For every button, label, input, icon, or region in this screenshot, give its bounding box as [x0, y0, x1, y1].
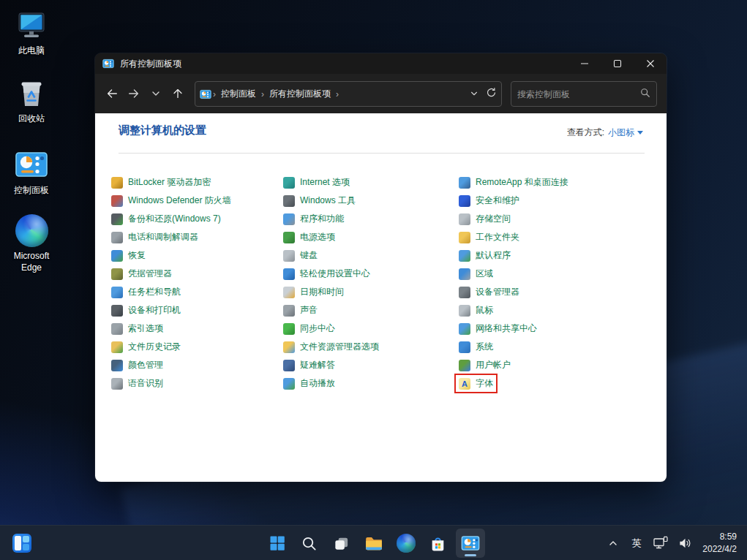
cp-item-programs-features[interactable]: 程序和功能: [282, 212, 345, 226]
desktop-icon-控制面板[interactable]: 控制面板: [3, 147, 60, 196]
cp-item-windows-tools[interactable]: Windows 工具: [282, 194, 357, 208]
cp-item-network-sharing[interactable]: 网络和共享中心: [457, 322, 538, 336]
search-input[interactable]: [517, 89, 640, 99]
search-icon[interactable]: [640, 88, 650, 101]
volume-icon[interactable]: [676, 529, 694, 558]
up-button[interactable]: [167, 83, 189, 105]
cp-item-label[interactable]: Internet 选项: [300, 176, 350, 189]
cp-item-label[interactable]: 字体: [476, 377, 493, 390]
cp-item-label[interactable]: 鼠标: [476, 304, 493, 317]
taskbar-store-button[interactable]: [424, 529, 453, 558]
minimize-button[interactable]: [568, 53, 601, 74]
taskbar-search-button[interactable]: [295, 529, 324, 558]
cp-item-label[interactable]: 语音识别: [128, 377, 163, 390]
cp-item-label[interactable]: 系统: [476, 341, 493, 353]
cp-item-credential-manager[interactable]: 凭据管理器: [110, 267, 173, 281]
cp-item-speech-recognition[interactable]: 语音识别: [110, 377, 165, 390]
taskbar-start-button[interactable]: [263, 529, 292, 558]
cp-item-label[interactable]: 文件历史记录: [128, 341, 181, 353]
cp-item-work-folders[interactable]: 工作文件夹: [457, 230, 521, 244]
desktop-icon-此电脑[interactable]: 此电脑: [3, 7, 60, 56]
cp-item-file-history[interactable]: 文件历史记录: [110, 340, 182, 354]
address-bar[interactable]: › 控制面板 › 所有控制面板项 ›: [195, 81, 502, 107]
cp-item-sync-center[interactable]: 同步中心: [282, 322, 337, 336]
cp-item-label[interactable]: 备份和还原(Windows 7): [128, 213, 221, 225]
cp-item-label[interactable]: 日期和时间: [300, 286, 344, 298]
network-icon[interactable]: [651, 529, 670, 558]
cp-item-explorer-options[interactable]: 文件资源管理器选项: [282, 340, 380, 354]
cp-item-firewall[interactable]: Windows Defender 防火墙: [110, 194, 233, 208]
cp-item-autoplay[interactable]: 自动播放: [282, 377, 337, 390]
cp-item-label[interactable]: 凭据管理器: [128, 268, 172, 280]
widgets-button[interactable]: [9, 530, 35, 556]
cp-item-label[interactable]: 自动播放: [300, 377, 335, 390]
cp-item-label[interactable]: 安全和维护: [476, 194, 519, 207]
cp-item-label[interactable]: 任务栏和导航: [128, 286, 181, 298]
cp-item-label[interactable]: 存储空间: [476, 213, 511, 225]
cp-item-label[interactable]: 默认程序: [476, 249, 511, 262]
window-titlebar[interactable]: 所有控制面板项: [95, 53, 667, 74]
cp-item-default-programs[interactable]: 默认程序: [457, 249, 512, 262]
cp-item-label[interactable]: 工作文件夹: [476, 231, 519, 243]
cp-item-backup-restore[interactable]: 备份和还原(Windows 7): [110, 212, 222, 226]
cp-item-user-accounts[interactable]: 用户帐户: [457, 358, 512, 372]
taskbar-task-view-button[interactable]: [327, 529, 356, 558]
cp-item-label[interactable]: 轻松使用设置中心: [300, 268, 370, 280]
cp-item-storage-spaces[interactable]: 存储空间: [457, 212, 512, 226]
cp-item-fonts[interactable]: A字体: [457, 377, 495, 390]
taskbar-edge-button[interactable]: [391, 529, 421, 558]
cp-item-label[interactable]: RemoteApp 和桌面连接: [476, 176, 568, 189]
cp-item-label[interactable]: 设备和打印机: [128, 304, 181, 317]
cp-item-label[interactable]: 电话和调制解调器: [128, 231, 198, 243]
close-button[interactable]: [634, 53, 667, 74]
cp-item-sound[interactable]: 声音: [282, 303, 319, 317]
recent-locations-chevron-icon[interactable]: [145, 83, 167, 105]
breadcrumb-all-items[interactable]: 所有控制面板项: [269, 88, 331, 100]
breadcrumb-control-panel[interactable]: 控制面板: [221, 88, 256, 100]
cp-item-label[interactable]: 恢复: [128, 249, 146, 262]
cp-item-remoteapp[interactable]: RemoteApp 和桌面连接: [457, 175, 570, 189]
cp-item-label[interactable]: Windows Defender 防火墙: [128, 194, 231, 207]
search-box[interactable]: [511, 81, 657, 107]
taskbar-file-explorer-button[interactable]: [359, 529, 388, 558]
back-button[interactable]: [101, 83, 123, 105]
cp-item-bitlocker[interactable]: BitLocker 驱动器加密: [110, 175, 212, 189]
view-by-dropdown[interactable]: 小图标: [608, 126, 643, 139]
cp-item-label[interactable]: 程序和功能: [300, 213, 344, 225]
refresh-icon[interactable]: [486, 87, 497, 101]
cp-item-devices-printers[interactable]: 设备和打印机: [110, 303, 182, 317]
cp-item-label[interactable]: 疑难解答: [300, 359, 335, 371]
desktop-icon-回收站[interactable]: 回收站: [3, 75, 60, 124]
maximize-button[interactable]: [601, 53, 634, 74]
cp-item-keyboard[interactable]: 键盘: [282, 249, 319, 262]
cp-item-label[interactable]: 颜色管理: [128, 359, 163, 371]
cp-item-label[interactable]: 文件资源管理器选项: [300, 341, 379, 353]
cp-item-taskbar-navigation[interactable]: 任务栏和导航: [110, 285, 182, 299]
cp-item-power-options[interactable]: 电源选项: [282, 230, 337, 244]
cp-item-mouse[interactable]: 鼠标: [457, 303, 495, 317]
cp-item-date-time[interactable]: 日期和时间: [282, 285, 345, 299]
cp-item-label[interactable]: Windows 工具: [300, 194, 356, 207]
cp-item-label[interactable]: 同步中心: [300, 322, 335, 335]
cp-item-device-manager[interactable]: 设备管理器: [457, 285, 521, 299]
cp-item-label[interactable]: 用户帐户: [476, 359, 511, 371]
tray-chevron-up-icon[interactable]: [604, 529, 622, 558]
cp-item-phone-modem[interactable]: 电话和调制解调器: [110, 230, 200, 244]
desktop-icon-microsoft-edge[interactable]: Microsoft Edge: [3, 213, 60, 273]
cp-item-label[interactable]: 网络和共享中心: [476, 322, 537, 335]
ime-indicator[interactable]: 英: [628, 529, 645, 558]
cp-item-system[interactable]: 系统: [457, 340, 495, 354]
cp-item-indexing-options[interactable]: 索引选项: [110, 322, 165, 336]
cp-item-ease-of-access[interactable]: 轻松使用设置中心: [282, 267, 372, 281]
cp-item-label[interactable]: 电源选项: [300, 231, 335, 243]
clock[interactable]: 8:59 2022/4/2: [699, 531, 740, 556]
cp-item-color-management[interactable]: 颜色管理: [110, 358, 165, 372]
cp-item-label[interactable]: BitLocker 驱动器加密: [128, 176, 211, 189]
forward-button[interactable]: [123, 83, 145, 105]
cp-item-label[interactable]: 设备管理器: [476, 286, 519, 298]
cp-item-recovery[interactable]: 恢复: [110, 249, 147, 262]
cp-item-label[interactable]: 键盘: [300, 249, 318, 262]
cp-item-label[interactable]: 索引选项: [128, 322, 163, 335]
cp-item-label[interactable]: 声音: [300, 304, 318, 317]
cp-item-label[interactable]: 区域: [476, 268, 493, 280]
